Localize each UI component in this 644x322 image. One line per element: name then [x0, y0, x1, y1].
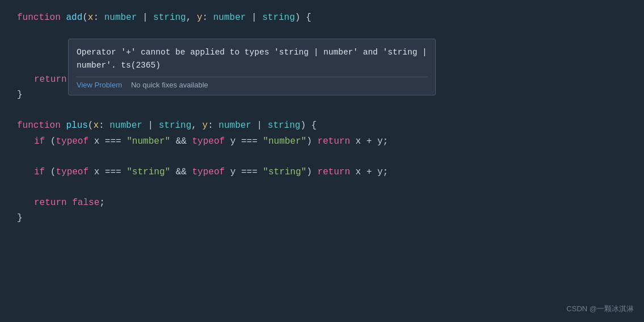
- keyword-if1: if: [34, 136, 45, 147]
- string-number2: "number": [263, 136, 306, 147]
- keyword-typeof1: typeof: [56, 136, 89, 147]
- param-y: y: [197, 12, 203, 23]
- keyword-typeof2: typeof: [192, 136, 225, 147]
- keyword-function2: function: [17, 120, 61, 131]
- keyword-if2: if: [34, 167, 45, 177]
- no-fix-label: No quick fixes available: [131, 81, 208, 89]
- type-pnumber2: number: [218, 120, 251, 131]
- string-number: "number": [127, 136, 170, 147]
- fn-add: add: [66, 12, 82, 23]
- code-line-blank6: [17, 180, 644, 195]
- type-pstring: string: [159, 120, 192, 131]
- type-string2: string: [262, 12, 295, 23]
- keyword-typeof4: typeof: [192, 167, 225, 177]
- type-pnumber: number: [110, 120, 142, 131]
- error-tooltip: Operator '+' cannot be applied to types …: [68, 39, 436, 95]
- watermark: CSDN @一颗冰淇淋: [566, 304, 634, 314]
- view-problem-link[interactable]: View Problem: [77, 81, 122, 89]
- code-line-brace2: }: [17, 211, 644, 226]
- tooltip-actions: View Problem No quick fixes available: [77, 77, 427, 89]
- code-line-if2: if (typeof x === "string" && typeof y ==…: [17, 165, 644, 180]
- keyword-return2: return: [317, 136, 350, 147]
- keyword-false: false: [72, 198, 99, 208]
- code-editor: function add(x: number | string, y: numb…: [0, 0, 644, 322]
- string-string2: "string": [263, 167, 306, 177]
- keyword-function: function: [17, 12, 61, 23]
- param-py: y: [203, 120, 208, 131]
- type-number: number: [104, 12, 137, 23]
- type-string: string: [153, 12, 186, 23]
- type-number2: number: [213, 12, 246, 23]
- fn-plus: plus: [66, 120, 87, 131]
- keyword-return3: return: [317, 167, 350, 177]
- code-line-return-false: return false;: [17, 195, 644, 211]
- param-x: x: [88, 12, 94, 23]
- code-line-blank5: [17, 149, 644, 165]
- keyword-typeof3: typeof: [56, 167, 89, 177]
- param-px: x: [93, 120, 99, 131]
- code-line-if1: if (typeof x === "number" && typeof y ==…: [17, 134, 644, 149]
- tooltip-line1: Operator '+' cannot be applied to types …: [77, 48, 427, 57]
- tooltip-line2: number'. ts(2365): [77, 61, 161, 70]
- code-line-1: function add(x: number | string, y: numb…: [17, 10, 644, 26]
- type-pstring2: string: [268, 120, 301, 131]
- code-line-plus: function plus(x: number | string, y: num…: [17, 118, 644, 133]
- string-string1: "string": [127, 167, 170, 177]
- keyword-return4: return: [34, 198, 67, 208]
- tooltip-message: Operator '+' cannot be applied to types …: [77, 46, 427, 72]
- keyword-return: return: [34, 74, 67, 85]
- code-line-blank4: [17, 103, 644, 118]
